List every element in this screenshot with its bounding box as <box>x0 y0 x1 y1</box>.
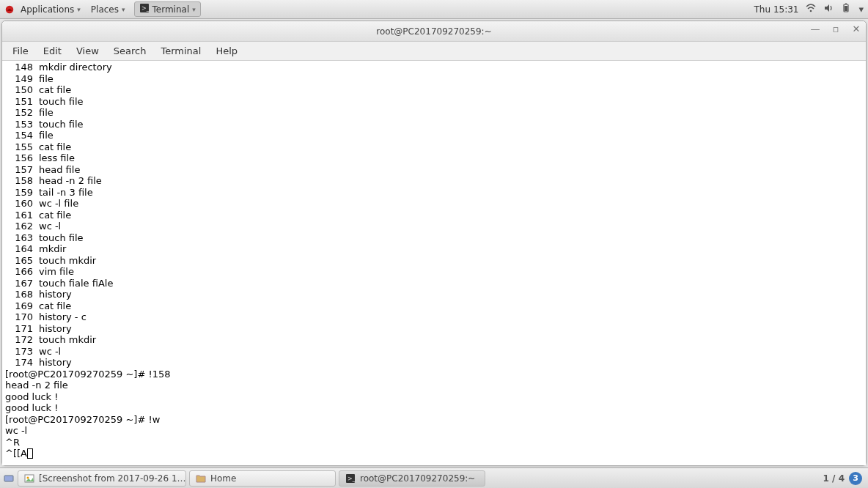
history-line: 161cat file <box>5 210 863 221</box>
history-line: 172touch mkdir <box>5 334 863 346</box>
menu-help[interactable]: Help <box>210 43 243 59</box>
terminal-icon: >_ <box>345 473 356 484</box>
notification-badge[interactable]: 3 <box>849 472 862 485</box>
svg-point-9 <box>27 476 29 478</box>
battery-icon[interactable] <box>841 3 851 15</box>
terminal-line: [root@PC201709270259 ~]# !w <box>5 414 863 426</box>
history-line: 165touch mkdir <box>5 255 863 267</box>
terminal-line: ^R <box>5 437 863 448</box>
terminal-body[interactable]: 148mkdir directory149file150cat file151t… <box>2 61 866 465</box>
cursor <box>27 448 33 459</box>
history-line: 162wc -l <box>5 221 863 232</box>
clock[interactable]: Thu 15:31 <box>754 4 799 15</box>
distro-icon <box>4 4 15 15</box>
history-line: 167touch fiale fiAle <box>5 278 863 289</box>
history-line: 166vim file <box>5 266 863 278</box>
history-line: 169cat file <box>5 300 863 312</box>
history-line: 171history <box>5 323 863 335</box>
maximize-button[interactable]: ▫ <box>831 23 841 34</box>
task-label: Home <box>210 473 236 484</box>
close-button[interactable]: ✕ <box>851 23 861 34</box>
svg-rect-7 <box>4 476 13 481</box>
history-line: 156less file <box>5 152 863 164</box>
applications-label: Applications <box>21 4 74 15</box>
menu-file[interactable]: File <box>7 43 34 59</box>
menu-view[interactable]: View <box>70 43 105 59</box>
task-label: [Screenshot from 2017-09-26 1… <box>39 473 186 484</box>
history-line: 159tail -n 3 file <box>5 187 863 199</box>
menu-edit[interactable]: Edit <box>37 43 67 59</box>
folder-icon <box>196 473 206 484</box>
history-line: 155cat file <box>5 141 863 153</box>
terminal-line: [root@PC201709270259 ~]# !158 <box>5 369 863 380</box>
history-line: 151touch file <box>5 96 863 108</box>
history-line: 170history - c <box>5 311 863 323</box>
svg-rect-6 <box>845 6 847 11</box>
places-menu[interactable]: Places ▾ <box>87 3 130 16</box>
top-panel: Applications ▾ Places ▾ >_ Terminal ▾ Th… <box>0 0 868 19</box>
svg-text:>_: >_ <box>141 5 150 12</box>
terminal-line: wc -l <box>5 425 863 437</box>
menubar: File Edit View Search Terminal Help <box>2 42 866 61</box>
workspace-indicator: 1 / 4 <box>823 473 845 484</box>
applications-menu[interactable]: Applications ▾ <box>16 3 85 16</box>
places-label: Places <box>91 4 119 15</box>
history-line: 154file <box>5 130 863 141</box>
window-title: root@PC201709270259:~ <box>376 26 491 37</box>
task-label: root@PC201709270259:~ <box>360 473 475 484</box>
chevron-down-icon: ▾ <box>192 6 196 13</box>
terminal-line: good luck ! <box>5 391 863 403</box>
image-icon <box>24 473 34 484</box>
menu-search[interactable]: Search <box>108 43 152 59</box>
active-app-label: Terminal <box>152 4 190 15</box>
history-line: 157head file <box>5 164 863 176</box>
wifi-icon[interactable] <box>806 3 816 15</box>
task-screenshot[interactable]: [Screenshot from 2017-09-26 1… <box>18 470 186 487</box>
history-line: 153touch file <box>5 119 863 130</box>
menu-terminal[interactable]: Terminal <box>155 43 207 59</box>
active-app-indicator[interactable]: >_ Terminal ▾ <box>134 1 201 17</box>
history-line: 160wc -l file <box>5 198 863 210</box>
history-line: 149file <box>5 73 863 85</box>
chevron-down-icon: ▾ <box>77 6 81 13</box>
svg-point-3 <box>810 10 812 12</box>
terminal-line: head -n 2 file <box>5 380 863 391</box>
svg-text:>_: >_ <box>347 476 356 482</box>
terminal-line: good luck ! <box>5 402 863 414</box>
show-desktop-button[interactable] <box>0 473 15 484</box>
terminal-cursor-line: ^[[A <box>5 448 863 459</box>
volume-icon[interactable] <box>823 3 834 15</box>
history-line: 164mkdir <box>5 243 863 255</box>
history-line: 168history <box>5 289 863 300</box>
history-line: 174history <box>5 357 863 369</box>
task-terminal[interactable]: >_ root@PC201709270259:~ <box>339 470 485 487</box>
svg-rect-5 <box>845 4 847 5</box>
history-line: 150cat file <box>5 84 863 96</box>
titlebar[interactable]: root@PC201709270259:~ — ▫ ✕ <box>2 21 866 42</box>
terminal-icon: >_ <box>139 3 150 15</box>
history-line: 148mkdir directory <box>5 62 863 73</box>
history-line: 173wc -l <box>5 346 863 358</box>
task-home[interactable]: Home <box>189 470 336 487</box>
chevron-down-icon: ▾ <box>122 6 125 13</box>
minimize-button[interactable]: — <box>810 23 820 34</box>
history-line: 158head -n 2 file <box>5 175 863 187</box>
history-line: 152file <box>5 107 863 119</box>
workspace-pager[interactable]: 1 / 4 3 <box>823 472 868 485</box>
history-line: 163touch file <box>5 232 863 244</box>
system-menu[interactable]: ▾ <box>858 4 864 15</box>
terminal-window: root@PC201709270259:~ — ▫ ✕ File Edit Vi… <box>1 21 867 466</box>
bottom-panel: [Screenshot from 2017-09-26 1… Home >_ r… <box>0 467 868 488</box>
